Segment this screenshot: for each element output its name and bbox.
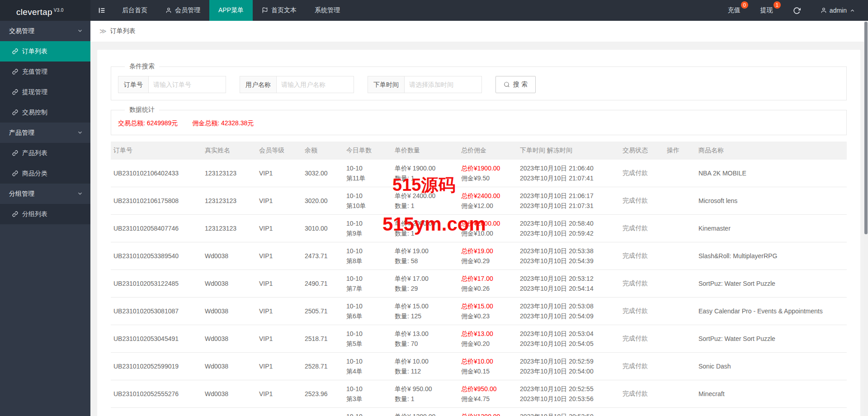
col-product: 商品名称 — [696, 142, 847, 160]
sidebar-item-withdraw[interactable]: 提现管理 — [0, 82, 90, 102]
brand-version: V3.0 — [54, 8, 64, 13]
cell-real-name: 123123123 — [202, 187, 256, 215]
col-balance: 余额 — [302, 142, 344, 160]
tab-system-management[interactable]: 系统管理 — [306, 0, 349, 21]
cell-actions — [664, 270, 696, 298]
cell-product: Slash&Roll: MultiplayerRPG — [696, 242, 847, 270]
cell-product: Sonic Dash — [696, 353, 847, 380]
sidebar-group-trade[interactable]: 交易管理 — [0, 21, 90, 41]
chevron-down-icon — [77, 28, 83, 34]
commission-total: 佣金总额: 42328.38元 — [192, 119, 254, 127]
order-time-input[interactable] — [404, 76, 482, 93]
cell-total-commission: 总价¥1900.00佣金¥9.50 — [458, 160, 517, 187]
cell-status: 完成付款 — [620, 380, 664, 408]
cell-total-commission: 总价¥17.00佣金¥0.26 — [458, 270, 517, 298]
table-row: UB2310102106175808 123123123 VIP1 3020.0… — [111, 187, 847, 215]
cell-product: SortPuz: Water Sort Puzzle — [696, 325, 847, 353]
sidebar-group-grouping[interactable]: 分组管理 — [0, 184, 90, 204]
cell-times: 2023年10月10日 20:52:502023年10月10日 20:53:51 — [517, 408, 620, 416]
cell-total-commission: 总价¥1200.00佣金¥6.00 — [458, 408, 517, 416]
search-panel-legend: 条件搜索 — [125, 62, 159, 71]
scrollbar-thumb[interactable] — [864, 22, 868, 234]
search-panel: 条件搜索 订单号 用户名称 下单时间 — [111, 62, 847, 100]
order-no-field-group: 订单号 — [118, 76, 226, 93]
cell-today: 10-10第3单 — [344, 380, 392, 408]
cell-times: 2023年10月10日 21:06:172023年10月10日 21:07:31 — [517, 187, 620, 215]
sidebar-item-product-list[interactable]: 产品列表 — [0, 143, 90, 163]
cell-today: 10-10第10单 — [344, 187, 392, 215]
cell-product: Minecraft — [696, 380, 847, 408]
cell-vip: VIP1 — [256, 408, 302, 416]
cell-vip: VIP1 — [256, 325, 302, 353]
vertical-scrollbar[interactable] — [864, 21, 868, 416]
tab-member-management[interactable]: 会员管理 — [156, 0, 209, 21]
tab-app-menu[interactable]: APP菜单 — [209, 0, 253, 21]
cell-product: Microsoft lens — [696, 187, 847, 215]
cell-total-commission: 总价¥19.00佣金¥0.29 — [458, 242, 517, 270]
link-icon — [12, 69, 18, 75]
cell-product: Kinemaster — [696, 215, 847, 242]
cell-status: 完成付款 — [620, 270, 664, 298]
table-row: UB2310102053045491 Wd0038 VIP1 2518.71 1… — [111, 325, 847, 353]
withdraw-button[interactable]: 提现 1 — [750, 0, 783, 21]
cell-today: 10-10第2单 — [344, 408, 392, 416]
search-button[interactable]: 搜 索 — [495, 76, 536, 93]
table-row: UB2310102053081087 Wd0038 VIP1 2505.71 1… — [111, 298, 847, 325]
withdraw-badge: 1 — [774, 1, 781, 9]
cell-status: 完成付款 — [620, 408, 664, 416]
cell-unit-qty: 单价¥ 950.00数量: 1 — [392, 380, 458, 408]
tab-home-text[interactable]: 首页文本 — [253, 0, 306, 21]
watermark-url: 515ym.com — [382, 213, 486, 235]
cell-actions — [664, 298, 696, 325]
cell-balance: 2517.96 — [302, 408, 344, 416]
col-total-commission: 总价佣金 — [458, 142, 517, 160]
sidebar-group-product[interactable]: 产品管理 — [0, 123, 90, 143]
cell-times: 2023年10月10日 20:53:382023年10月10日 20:54:39 — [517, 242, 620, 270]
watermark-text: 515源码 — [392, 174, 455, 197]
cell-order-no: UB2310102053389540 — [111, 242, 202, 270]
search-icon — [504, 81, 510, 88]
table-row: UB2310102052555276 Wd0038 VIP1 2523.96 1… — [111, 380, 847, 408]
cell-actions — [664, 325, 696, 353]
breadcrumb: ≫ 订单列表 — [90, 21, 864, 42]
cell-actions — [664, 215, 696, 242]
cell-vip: VIP1 — [256, 380, 302, 408]
sidebar-item-trade-control[interactable]: 交易控制 — [0, 102, 90, 123]
sidebar-item-group-list[interactable]: 分组列表 — [0, 204, 90, 224]
sidebar-item-recharge[interactable]: 充值管理 — [0, 61, 90, 82]
cell-times: 2023年10月10日 20:52:552023年10月10日 20:53:56 — [517, 380, 620, 408]
cell-status: 完成付款 — [620, 187, 664, 215]
link-icon — [12, 150, 18, 156]
cell-total-commission: 总价¥10.00佣金¥0.15 — [458, 353, 517, 380]
refresh-icon — [793, 7, 801, 14]
sidebar-item-goods-category[interactable]: 商品分类 — [0, 163, 90, 184]
cell-today: 10-10第4单 — [344, 353, 392, 380]
cell-actions — [664, 408, 696, 416]
cell-actions — [664, 353, 696, 380]
collapse-sidebar-button[interactable] — [90, 0, 113, 21]
order-no-label: 订单号 — [118, 76, 149, 93]
cell-order-no: UB2310102053122485 — [111, 270, 202, 298]
cell-balance: 3020.00 — [302, 187, 344, 215]
cell-today: 10-10第11单 — [344, 160, 392, 187]
user-menu[interactable]: admin — [811, 0, 865, 21]
sidebar-item-order-list[interactable]: 订单列表 — [0, 41, 90, 61]
flag-icon — [262, 7, 268, 14]
refresh-button[interactable] — [783, 0, 811, 21]
cell-status: 完成付款 — [620, 325, 664, 353]
recharge-button[interactable]: 充值 0 — [718, 0, 750, 21]
col-actions: 操作 — [664, 142, 696, 160]
cell-times: 2023年10月10日 20:52:592023年10月10日 20:54:00 — [517, 353, 620, 380]
tab-backend-home[interactable]: 后台首页 — [113, 0, 156, 21]
cell-status: 完成付款 — [620, 215, 664, 242]
link-icon — [12, 48, 18, 54]
order-no-input[interactable] — [148, 76, 226, 93]
cell-today: 10-10第7单 — [344, 270, 392, 298]
cell-today: 10-10第5单 — [344, 325, 392, 353]
username-input[interactable] — [276, 76, 354, 93]
cell-actions — [664, 380, 696, 408]
cell-order-no: UB2310102106402433 — [111, 160, 202, 187]
cell-vip: VIP1 — [256, 242, 302, 270]
link-icon — [12, 109, 18, 115]
cell-product: Easy Calendar Pro - Events & Appointment… — [696, 298, 847, 325]
